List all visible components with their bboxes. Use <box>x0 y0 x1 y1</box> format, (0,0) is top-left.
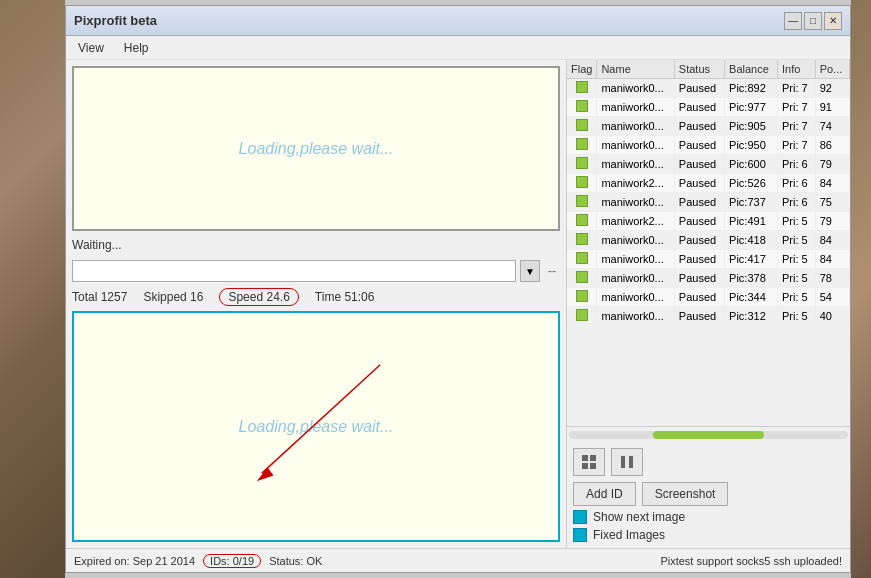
skipped-stat: Skipped 16 <box>143 290 203 304</box>
screenshot-button[interactable]: Screenshot <box>642 482 729 506</box>
ids-badge: IDs: 0/19 <box>203 554 261 568</box>
name-cell: maniwork0... <box>597 136 674 155</box>
minimize-button[interactable]: — <box>784 12 802 30</box>
flag-icon <box>576 157 588 169</box>
expired-text: Expired on: Sep 21 2014 <box>74 555 195 567</box>
flag-icon <box>576 214 588 226</box>
icon-row <box>573 448 844 476</box>
info-cell: Pri: 6 <box>778 174 816 193</box>
table-row[interactable]: maniwork0... Paused Pic:344 Pri: 5 54 <box>567 288 850 307</box>
svg-rect-6 <box>621 456 625 468</box>
pos-cell: 79 <box>815 155 849 174</box>
dropdown-arrow[interactable]: ▼ <box>520 260 540 282</box>
pos-cell: 78 <box>815 269 849 288</box>
table-row[interactable]: maniwork2... Paused Pic:491 Pri: 5 79 <box>567 212 850 231</box>
maximize-button[interactable]: □ <box>804 12 822 30</box>
table-row[interactable]: maniwork0... Paused Pic:737 Pri: 6 75 <box>567 193 850 212</box>
status-cell: Paused <box>674 155 724 174</box>
h-scroll-thumb <box>653 431 765 439</box>
table-row[interactable]: maniwork0... Paused Pic:418 Pri: 5 84 <box>567 231 850 250</box>
info-cell: Pri: 5 <box>778 288 816 307</box>
info-cell: Pri: 5 <box>778 212 816 231</box>
flag-icon <box>576 195 588 207</box>
status-cell: Paused <box>674 136 724 155</box>
speed-badge: Speed 24.6 <box>219 288 298 306</box>
table-row[interactable]: maniwork0... Paused Pic:600 Pri: 6 79 <box>567 155 850 174</box>
window-controls: — □ ✕ <box>784 12 842 30</box>
name-cell: maniwork2... <box>597 212 674 231</box>
info-cell: Pri: 5 <box>778 307 816 326</box>
time-stat: Time 51:06 <box>315 290 375 304</box>
right-panel: Flag Name Status Balance Info Po... mani… <box>566 60 850 548</box>
name-cell: maniwork0... <box>597 307 674 326</box>
info-cell: Pri: 5 <box>778 231 816 250</box>
pause-icon <box>619 454 635 470</box>
pos-cell: 74 <box>815 117 849 136</box>
flag-cell <box>567 155 597 174</box>
flag-cell <box>567 117 597 136</box>
table-row[interactable]: maniwork0... Paused Pic:312 Pri: 5 40 <box>567 307 850 326</box>
name-cell: maniwork2... <box>597 174 674 193</box>
flag-cell <box>567 98 597 117</box>
menu-bar: View Help <box>66 36 850 60</box>
table-row[interactable]: maniwork0... Paused Pic:950 Pri: 7 86 <box>567 136 850 155</box>
balance-cell: Pic:905 <box>725 117 778 136</box>
show-next-row: Show next image <box>573 510 844 524</box>
table-row[interactable]: maniwork0... Paused Pic:905 Pri: 7 74 <box>567 117 850 136</box>
show-next-label: Show next image <box>593 510 685 524</box>
fixed-images-row: Fixed Images <box>573 528 844 542</box>
table-row[interactable]: maniwork0... Paused Pic:892 Pri: 7 92 <box>567 79 850 98</box>
balance-cell: Pic:491 <box>725 212 778 231</box>
col-info: Info <box>778 60 816 79</box>
menu-view[interactable]: View <box>74 39 108 57</box>
flag-cell <box>567 193 597 212</box>
add-id-button[interactable]: Add ID <box>573 482 636 506</box>
name-cell: maniwork0... <box>597 250 674 269</box>
fixed-images-checkbox[interactable] <box>573 528 587 542</box>
name-cell: maniwork0... <box>597 193 674 212</box>
icon-button-2[interactable] <box>611 448 643 476</box>
menu-help[interactable]: Help <box>120 39 153 57</box>
progress-row: ▼ -- <box>72 259 560 283</box>
name-cell: maniwork0... <box>597 117 674 136</box>
left-panel: Loading,please wait... Waiting... ▼ -- T… <box>66 60 566 548</box>
name-cell: maniwork0... <box>597 98 674 117</box>
svg-marker-1 <box>257 467 274 481</box>
table-row[interactable]: maniwork0... Paused Pic:378 Pri: 5 78 <box>567 269 850 288</box>
action-btn-row: Add ID Screenshot <box>573 482 844 506</box>
progress-bar <box>72 260 516 282</box>
close-button[interactable]: ✕ <box>824 12 842 30</box>
icon-button-1[interactable] <box>573 448 605 476</box>
table-row[interactable]: maniwork2... Paused Pic:526 Pri: 6 84 <box>567 174 850 193</box>
preview-top: Loading,please wait... <box>72 66 560 231</box>
status-cell: Paused <box>674 250 724 269</box>
pos-cell: 40 <box>815 307 849 326</box>
status-cell: Paused <box>674 231 724 250</box>
balance-cell: Pic:526 <box>725 174 778 193</box>
status-cell: Paused <box>674 307 724 326</box>
flag-cell <box>567 212 597 231</box>
balance-cell: Pic:950 <box>725 136 778 155</box>
total-stat: Total 1257 <box>72 290 127 304</box>
col-balance: Balance <box>725 60 778 79</box>
horizontal-scrollbar[interactable] <box>567 426 850 442</box>
info-cell: Pri: 5 <box>778 250 816 269</box>
dash-button[interactable]: -- <box>544 264 560 278</box>
accounts-table: Flag Name Status Balance Info Po... mani… <box>567 60 850 326</box>
balance-cell: Pic:344 <box>725 288 778 307</box>
loading-text-top: Loading,please wait... <box>239 140 394 158</box>
table-row[interactable]: maniwork0... Paused Pic:417 Pri: 5 84 <box>567 250 850 269</box>
balance-cell: Pic:600 <box>725 155 778 174</box>
flag-icon <box>576 252 588 264</box>
accounts-table-container[interactable]: Flag Name Status Balance Info Po... mani… <box>567 60 850 426</box>
flag-cell <box>567 269 597 288</box>
status-cell: Paused <box>674 288 724 307</box>
pos-cell: 54 <box>815 288 849 307</box>
grid-icon <box>581 454 597 470</box>
main-content: Loading,please wait... Waiting... ▼ -- T… <box>66 60 850 548</box>
flag-cell <box>567 136 597 155</box>
show-next-checkbox[interactable] <box>573 510 587 524</box>
table-row[interactable]: maniwork0... Paused Pic:977 Pri: 7 91 <box>567 98 850 117</box>
col-pos: Po... <box>815 60 849 79</box>
status-right-text: Pixtest support socks5 ssh uploaded! <box>660 555 842 567</box>
